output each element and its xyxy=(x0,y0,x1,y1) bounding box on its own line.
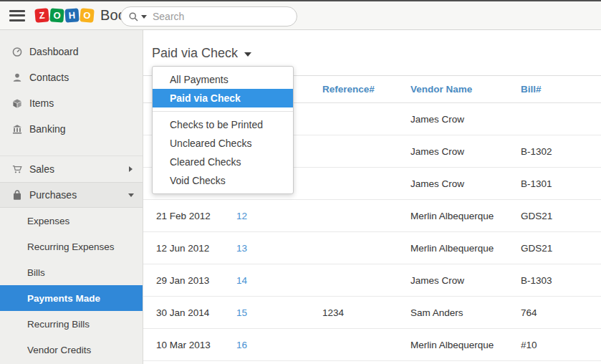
search-scope-chevron-down-icon[interactable] xyxy=(141,15,147,19)
payment-number-link[interactable]: 13 xyxy=(236,243,322,254)
cell-vendor: Merlin Albequerque xyxy=(410,340,521,350)
hamburger-menu-icon[interactable] xyxy=(9,10,25,21)
cell-bill: 764 xyxy=(521,307,601,318)
cell-bill: B-1301 xyxy=(521,178,601,189)
sidebar-item-vendor-credits[interactable]: Vendor Credits xyxy=(0,337,143,363)
table-row[interactable]: 12 Jun 2012 13 Merlin Albequerque GDS21 xyxy=(143,232,601,264)
chevron-down-icon xyxy=(128,193,134,197)
dashboard-icon xyxy=(12,47,22,57)
chevron-down-icon xyxy=(244,52,251,57)
payment-number-link[interactable]: 14 xyxy=(236,275,322,286)
cell-date: 29 Jan 2013 xyxy=(156,275,236,286)
dropdown-item-all-payments[interactable]: All Payments xyxy=(153,70,293,89)
payments-filter-toggle[interactable]: Paid via Check xyxy=(152,46,251,61)
table-row[interactable]: 21 Feb 2012 12 Merlin Albequerque GDS21 xyxy=(143,200,601,232)
column-header-reference[interactable]: Reference# xyxy=(322,84,410,95)
sidebar-item-purchases[interactable]: Purchases xyxy=(0,182,143,208)
sidebar-item-recurring-bills[interactable]: Recurring Bills xyxy=(0,311,143,337)
sidebar-item-label: Banking xyxy=(29,123,66,135)
sidebar-section-divider xyxy=(0,142,143,156)
table-row[interactable]: 29 Jan 2013 14 James Crow B-1303 xyxy=(143,264,601,297)
sidebar-subitem-label: Vendor Credits xyxy=(27,345,91,355)
sidebar-item-dashboard[interactable]: Dashboard xyxy=(0,39,143,64)
payments-filter-dropdown: All Payments Paid via Check Checks to be… xyxy=(152,66,294,194)
sidebar-item-label: Contacts xyxy=(29,72,69,83)
sidebar-item-recurring-expenses[interactable]: Recurring Expenses xyxy=(0,234,143,259)
cell-vendor: James Crow xyxy=(410,178,521,189)
sidebar-subitem-label: Recurring Bills xyxy=(27,319,90,330)
payment-number-link[interactable]: 15 xyxy=(236,307,322,318)
sidebar-subitem-label: Bills xyxy=(27,267,45,278)
cell-date: 21 Feb 2012 xyxy=(156,211,236,221)
table-row[interactable]: 10 Mar 2013 16 Merlin Albequerque #10 xyxy=(143,329,601,361)
items-icon xyxy=(12,98,22,109)
sidebar-item-expenses[interactable]: Expenses xyxy=(0,208,143,234)
cell-date: 30 Jan 2014 xyxy=(156,307,236,318)
zoho-books-app: Z O H O Books Dashboard Contacts xyxy=(0,0,601,364)
cell-vendor: James Crow xyxy=(410,275,521,286)
sidebar-item-items[interactable]: Items xyxy=(0,90,143,116)
cell-vendor: Sam Anders xyxy=(410,307,521,318)
sidebar-item-payments-made[interactable]: Payments Made xyxy=(0,285,143,311)
sidebar-item-label: Dashboard xyxy=(29,46,79,57)
dropdown-item-paid-via-check[interactable]: Paid via Check xyxy=(153,89,293,107)
logo-tile-h: H xyxy=(64,8,79,22)
dropdown-item-void-checks[interactable]: Void Checks xyxy=(153,171,293,190)
sidebar-item-label: Purchases xyxy=(29,189,77,201)
cell-date: 10 Mar 2013 xyxy=(156,340,236,350)
payment-number-link[interactable]: 12 xyxy=(236,211,322,221)
dropdown-item-checks-to-be-printed[interactable]: Checks to be Printed xyxy=(153,115,293,134)
table-row[interactable]: 30 Jan 2014 15 1234 Sam Anders 764 xyxy=(143,297,601,329)
sidebar: Dashboard Contacts Items Banking Sale xyxy=(0,30,143,364)
contacts-icon xyxy=(12,72,22,83)
cell-vendor: Merlin Albequerque xyxy=(410,243,521,254)
logo-tile-z: Z xyxy=(34,8,49,23)
cell-bill: GDS21 xyxy=(521,211,601,221)
cell-vendor: Merlin Albequerque xyxy=(410,211,521,221)
sidebar-subitem-label: Expenses xyxy=(27,216,69,226)
dropdown-divider xyxy=(153,111,293,112)
cell-vendor: James Crow xyxy=(410,146,521,157)
cell-bill: GDS21 xyxy=(521,243,601,254)
cell-bill: #10 xyxy=(521,340,601,350)
cell-reference: 1234 xyxy=(322,307,410,318)
cell-date: 12 Jun 2012 xyxy=(156,243,236,254)
topbar: Z O H O Books xyxy=(0,0,601,30)
sales-cart-icon xyxy=(12,164,22,175)
column-header-bill[interactable]: Bill# xyxy=(521,84,601,95)
page-title: Paid via Check xyxy=(152,46,238,61)
banking-icon xyxy=(12,124,22,135)
column-header-vendor-name[interactable]: Vendor Name xyxy=(410,84,521,95)
purchases-bag-icon xyxy=(12,190,22,201)
search-icon[interactable] xyxy=(129,12,138,21)
search-input[interactable] xyxy=(153,11,274,22)
sidebar-item-label: Items xyxy=(29,97,54,109)
cell-bill: B-1302 xyxy=(521,146,601,157)
sidebar-item-sales[interactable]: Sales xyxy=(0,156,143,182)
search-box[interactable] xyxy=(120,6,297,27)
sidebar-item-banking[interactable]: Banking xyxy=(0,116,143,142)
logo-tile-o2: O xyxy=(80,8,95,23)
cell-vendor: James Crow xyxy=(410,114,521,125)
cell-bill: B-1303 xyxy=(521,275,601,286)
dropdown-item-cleared-checks[interactable]: Cleared Checks xyxy=(153,153,293,171)
sidebar-item-bills[interactable]: Bills xyxy=(0,259,143,285)
sidebar-item-contacts[interactable]: Contacts xyxy=(0,64,143,90)
chevron-right-icon xyxy=(129,166,133,172)
dropdown-item-uncleared-checks[interactable]: Uncleared Checks xyxy=(153,134,293,153)
logo-tile-o1: O xyxy=(49,8,64,22)
sidebar-subitem-label: Recurring Expenses xyxy=(27,241,115,252)
sidebar-item-label: Sales xyxy=(29,163,54,175)
payment-number-link[interactable]: 16 xyxy=(236,340,322,350)
sidebar-subitem-label: Payments Made xyxy=(27,293,100,304)
main-content: Paid via Check Reference# Vendor Name Bi… xyxy=(143,30,601,364)
